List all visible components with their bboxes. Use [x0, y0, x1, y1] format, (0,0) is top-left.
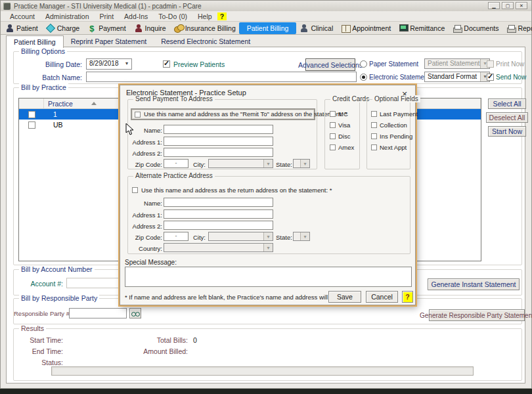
- billing-date-combobox[interactable]: 8/29/2018: [86, 58, 132, 70]
- mc-checkbox[interactable]: [330, 111, 336, 117]
- send-now-label: Send Now: [496, 74, 526, 81]
- results-group: Results Start Time: Total Bills: 0 End T…: [13, 328, 522, 381]
- chevron-down-icon: [300, 160, 309, 167]
- visa-checkbox[interactable]: [330, 122, 336, 128]
- amex-checkbox[interactable]: [330, 144, 336, 150]
- payment-name-input[interactable]: [164, 125, 273, 134]
- monitor-icon: [399, 24, 408, 32]
- chevron-down-icon[interactable]: [122, 59, 131, 69]
- disc-checkbox[interactable]: [330, 133, 336, 139]
- special-message-textarea[interactable]: [125, 267, 412, 287]
- select-all-button[interactable]: Select All: [488, 98, 526, 109]
- generate-instant-statement-button[interactable]: Generate Instant Statement: [428, 278, 520, 290]
- menu-print[interactable]: Print: [94, 12, 119, 20]
- generate-responsible-party-statement-button[interactable]: Generate Responsible Party Statement: [429, 309, 525, 321]
- tab-reprint-paper-statement[interactable]: Reprint Paper Statement: [64, 35, 154, 47]
- return-address-label: Use this name and address as the return …: [141, 186, 332, 194]
- toolbar-item-patient[interactable]: Patient: [2, 22, 41, 33]
- total-bills-value: 0: [193, 336, 197, 344]
- payment-address1-input[interactable]: [164, 137, 273, 146]
- progress-bar: [51, 366, 474, 376]
- start-time-label: Start Time:: [27, 336, 63, 344]
- paper-statement-radio[interactable]: [360, 60, 367, 68]
- amount-billed-label: Amount Billed:: [132, 347, 188, 355]
- alternate-zip-input[interactable]: -: [164, 232, 188, 241]
- maximize-icon[interactable]: [502, 2, 514, 9]
- toolbar-item-remittance[interactable]: Remittance: [395, 22, 448, 33]
- toolbar-item-payment[interactable]: Payment: [84, 22, 129, 33]
- print-now-label: Print Now: [496, 60, 524, 68]
- account-number-label: Account #:: [27, 280, 63, 288]
- responsible-party-input[interactable]: [69, 308, 127, 318]
- electronic-statement-radio[interactable]: [360, 74, 367, 81]
- return-address-checkbox[interactable]: [132, 187, 138, 193]
- alternate-country-combobox: [164, 243, 273, 252]
- toolbar-item-reports[interactable]: Reports: [503, 22, 532, 33]
- preview-patients-checkbox[interactable]: [163, 60, 170, 68]
- optional-fields-group: Optional Fields Last Payment Collection …: [366, 99, 410, 169]
- next-appt-checkbox[interactable]: [371, 144, 377, 150]
- menu-account[interactable]: Account: [5, 12, 40, 20]
- ins-pending-checkbox[interactable]: [371, 133, 377, 139]
- lookup-button[interactable]: [129, 308, 141, 318]
- alternate-address1-input[interactable]: [164, 209, 273, 219]
- charge-icon: [46, 24, 55, 32]
- visa-label: Visa: [338, 121, 350, 129]
- start-now-button[interactable]: Start Now: [488, 126, 526, 137]
- deselect-all-button[interactable]: Deselect All: [486, 112, 528, 123]
- last-payment-checkbox[interactable]: [371, 111, 377, 117]
- tab-patient-billing[interactable]: Patient Billing: [6, 35, 64, 48]
- country-label: Country:: [128, 245, 162, 252]
- payment-address2-input[interactable]: [164, 148, 273, 157]
- alternate-address-title: Alternate Practice Address: [133, 172, 215, 179]
- cancel-button[interactable]: Cancel: [366, 291, 398, 303]
- end-time-label: End Time:: [27, 347, 63, 355]
- toolbar-item-clinical[interactable]: Clinical: [296, 22, 336, 33]
- toolbar-item-appointment[interactable]: Appointment: [338, 22, 394, 33]
- remit-to-checkbox[interactable]: [135, 112, 141, 118]
- send-payment-group: Send Payment To Address Use this name an…: [127, 99, 317, 169]
- toolbar-item-documents[interactable]: Documents: [449, 22, 502, 33]
- row-checkbox[interactable]: [28, 121, 35, 129]
- toolbar-item-insurance-billing[interactable]: Insurance Billing: [171, 22, 239, 33]
- close-icon[interactable]: [516, 2, 527, 9]
- billing-options-group: Billing Options Billing Date: 8/29/2018 …: [13, 51, 522, 84]
- bill-by-practice-title: Bill by Practice: [19, 83, 68, 91]
- toolbar-item-patient-billing[interactable]: Patient Billing: [239, 22, 297, 34]
- menu-help[interactable]: Help: [192, 12, 217, 20]
- menu-addins[interactable]: Add-Ins: [119, 12, 153, 20]
- toolbar-item-inquire[interactable]: Inquire: [131, 22, 169, 33]
- alternate-address2-input[interactable]: [164, 221, 273, 230]
- dialog-help-button[interactable]: ?: [402, 291, 413, 303]
- city-label: City:: [191, 161, 206, 168]
- save-button[interactable]: Save: [328, 291, 361, 303]
- screen-bottom-strip: [0, 389, 532, 394]
- batch-name-label: Batch Name:: [27, 74, 82, 81]
- toolbar-item-charge[interactable]: Charge: [43, 22, 83, 33]
- alternate-name-input[interactable]: [164, 198, 273, 207]
- row-checkbox[interactable]: [28, 111, 35, 118]
- help-question-icon[interactable]: ?: [217, 12, 227, 20]
- electronic-format-combobox[interactable]: Standard Format: [424, 72, 490, 82]
- tab-resend-electronic-statement[interactable]: Resend Electronic Statement: [154, 35, 257, 47]
- payment-zip-input[interactable]: -: [164, 159, 188, 168]
- tab-strip: Patient Billing Reprint Paper Statement …: [6, 35, 257, 47]
- sort-ascending-icon: [91, 102, 97, 105]
- batch-name-input[interactable]: [86, 72, 357, 82]
- total-bills-label: Total Bills:: [132, 336, 188, 344]
- bill-by-account-title: Bill by Account Number: [19, 265, 95, 273]
- minimize-icon[interactable]: [488, 2, 500, 9]
- menu-todo[interactable]: To-Do (0): [153, 12, 192, 20]
- practice-column-header[interactable]: Practice: [48, 100, 73, 108]
- collection-checkbox[interactable]: [371, 122, 377, 128]
- print-now-checkbox: [487, 60, 494, 68]
- payment-city-combobox: [208, 159, 273, 168]
- state-label: State:: [276, 234, 290, 241]
- advanced-selections-button[interactable]: Advanced Selections: [305, 58, 355, 71]
- remit-to-label: Use this name and address as the "Remit …: [144, 110, 347, 118]
- chevron-down-icon: [263, 244, 273, 252]
- app-icon: [3, 3, 11, 10]
- menu-administration[interactable]: Administration: [40, 12, 95, 20]
- send-now-checkbox[interactable]: [487, 74, 494, 81]
- credit-cards-group: Credit Cards MC Visa Disc Amex: [324, 99, 360, 169]
